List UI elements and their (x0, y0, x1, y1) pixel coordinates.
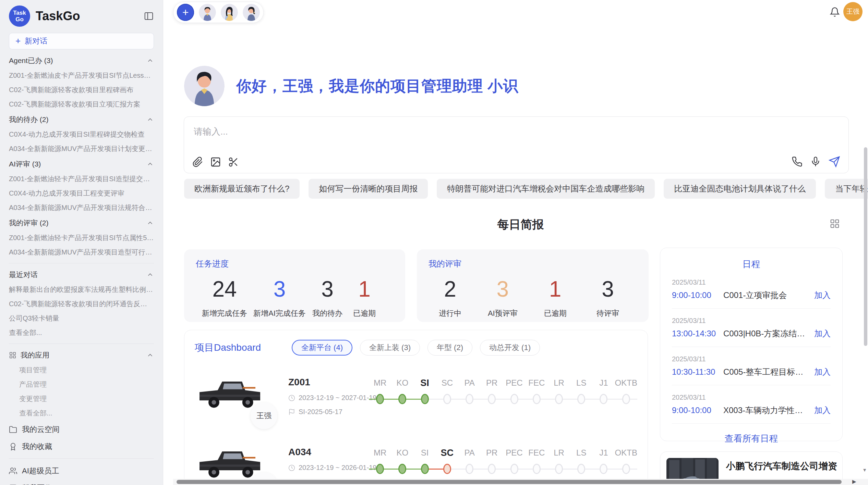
chevron-up-icon[interactable] (146, 57, 154, 64)
recent-chat-item[interactable]: 公司Q3轻卡销量 (9, 314, 154, 322)
suggestion-chip[interactable]: 比亚迪全固态电池计划具体说了什么 (664, 179, 816, 199)
milestone-label: PA (464, 377, 474, 388)
stat-value: 3 (321, 276, 334, 302)
chevron-up-icon[interactable] (146, 116, 154, 123)
join-link[interactable]: 加入 (814, 328, 831, 339)
sidebar-item[interactable]: C0X4-动力总成开发项目工程变更评审 (9, 189, 154, 197)
section-header-recent-chats[interactable]: 最近对话 (9, 270, 154, 279)
sidebar-item-favorites[interactable]: 我的收藏 (9, 442, 154, 451)
section-header-my-apps[interactable]: 我的应用 (9, 351, 154, 360)
milestone-label: KO (397, 447, 409, 458)
avatar[interactable] (199, 4, 216, 21)
sidebar-item[interactable]: A034-全新新能源MUV产品开发项目造型可行性评审 (9, 248, 154, 256)
stat-value: 3 (602, 276, 614, 302)
sidebar-item[interactable]: C02-飞腾新能源轻客改款项目里程碑画布 (9, 86, 154, 94)
sidebar-item[interactable]: Z001-全新燃油皮卡产品开发项目SI节点Lesson Learn报告 (9, 71, 154, 79)
schedule-date: 2025/03/11 (672, 317, 831, 325)
filter-all-new-platform[interactable]: 全新平台 (4) (292, 340, 352, 356)
join-link[interactable]: 加入 (814, 366, 831, 377)
sidebar-item-ai-super-staff[interactable]: AI超级员工 (9, 466, 154, 476)
sidebar-item-cloud-space[interactable]: 我的云空间 (9, 425, 154, 434)
plus-icon: + (15, 36, 21, 46)
schedule-event-title: C001-立项审批会 (723, 290, 808, 301)
sidebar-item[interactable]: C0X4-动力总成开发项目SI里程碑提交物检查 (9, 130, 154, 138)
milestone-label: SI (421, 447, 429, 458)
microphone-icon[interactable] (810, 156, 821, 167)
avatar[interactable] (221, 4, 238, 21)
filter-model-year[interactable]: 年型 (2) (427, 340, 472, 356)
recent-chat-item[interactable]: 解释最新出台的欧盟报废车法规再生塑料比例被调至15%... (9, 285, 154, 294)
milestone-label: OKTB (615, 377, 637, 388)
stat-label: AI预评审 (488, 308, 518, 319)
schedule-time: 9:00-10:00 (672, 290, 723, 300)
milestone-label: SI (420, 377, 429, 388)
schedule-time: 10:30-11:30 (672, 367, 723, 377)
project-row[interactable]: 王强 A034 2023-12-19 ~ 2026-01-19 SC-2025-… (195, 437, 637, 485)
stat-label: 我的待办 (312, 308, 342, 319)
chat-input-box[interactable]: 请输入... (184, 116, 849, 173)
project-row[interactable]: 王强 Z001 2023-12-19 ~ 2027-01-19 SI-2025-… (195, 367, 637, 425)
dashboard-filters: 全新平台 (4) 全新上装 (3) 年型 (2) 动总开发 (1) (292, 340, 540, 356)
horizontal-scrollbar-thumb[interactable] (177, 480, 842, 484)
milestone-dot (533, 464, 541, 474)
logo-text-2: Go (15, 16, 24, 23)
user-avatar[interactable]: 王强 (843, 2, 863, 21)
app-item-product-mgmt[interactable]: 产品管理 (9, 380, 154, 388)
chevron-up-icon[interactable] (146, 351, 154, 359)
filter-new-body[interactable]: 全新上装 (3) (360, 340, 420, 356)
add-session-button[interactable]: + (177, 4, 194, 21)
sidebar-item[interactable]: Z001-全新燃油轻卡产品开发项目SI节点属性5D文件评审 (9, 234, 154, 242)
join-link[interactable]: 加入 (814, 290, 831, 301)
milestone-dot (555, 464, 563, 474)
milestone-dot (421, 394, 429, 404)
sidebar-item-help-me-write[interactable]: 帮我写作 (9, 483, 154, 485)
sidebar-item-label: AI超级员工 (22, 466, 59, 476)
notifications-bell-icon[interactable] (830, 7, 840, 17)
sidebar-item[interactable]: A034-全新新能源MUV产品开发项目计划变更表编写 (9, 145, 154, 153)
recent-chat-item[interactable]: C02-飞腾新能源轻客改款项目的闭环通告反馈情况 (9, 300, 154, 308)
send-icon[interactable] (829, 156, 840, 167)
sidebar-collapse-icon[interactable] (144, 11, 154, 21)
suggestion-chip[interactable]: 欧洲新规最近颁布了什么? (184, 179, 300, 199)
sidebar-item-label: 我的收藏 (22, 442, 52, 452)
insert-image-icon[interactable] (210, 157, 221, 167)
chevron-up-icon[interactable] (146, 160, 154, 168)
attachment-icon[interactable] (192, 157, 203, 167)
task-progress-card: 任务进度 24 新增完成任务 3 新增AI完成任务 3 我的待办 1 已逾期 (184, 249, 405, 322)
divider (672, 347, 831, 347)
scroll-right-arrow[interactable]: ▶ (852, 478, 856, 485)
suggestion-chip[interactable]: 特朗普可能对进口汽车增税会对中国车企造成哪些影响 (437, 179, 655, 199)
schedule-title: 日程 (672, 258, 831, 270)
view-all-chats-link[interactable]: 查看全部... (9, 328, 154, 337)
project-dates: 2023-12-19 ~ 2027-01-19 (299, 394, 376, 402)
milestone-label: LR (554, 447, 564, 458)
scissors-icon[interactable] (228, 157, 239, 167)
avatar[interactable] (243, 4, 260, 21)
section-header-agent-done[interactable]: Agent已办 (3) (9, 56, 154, 65)
section-header-ai-review[interactable]: AI评审 (3) (9, 160, 154, 169)
sidebar-item[interactable]: C02-飞腾新能源轻客改款项目立项汇报方案 (9, 100, 154, 108)
milestone-dot (466, 464, 473, 474)
view-all-apps-link[interactable]: 查看全部... (9, 409, 154, 417)
schedule-time: 9:00-10:00 (672, 406, 723, 415)
view-all-schedule-link[interactable]: 查看所有日程 (672, 433, 831, 445)
app-item-project-mgmt[interactable]: 项目管理 (9, 366, 154, 374)
new-chat-button[interactable]: + 新对话 (9, 33, 154, 49)
scroll-down-arrow[interactable]: ▼ (862, 467, 867, 473)
grid-icon (9, 351, 16, 359)
chevron-up-icon[interactable] (146, 219, 154, 227)
suggestion-chip[interactable]: 如何写一份清晰的项目周报 (309, 179, 428, 199)
project-next-milestone: SI-2025-05-17 (299, 408, 342, 416)
app-item-change-mgmt[interactable]: 变更管理 (9, 395, 154, 403)
chevron-up-icon[interactable] (146, 271, 154, 278)
sidebar-item[interactable]: A034-全新新能源MUV产品开发项目法规符合性评审 (9, 203, 154, 212)
section-header-my-todo[interactable]: 我的待办 (2) (9, 115, 154, 124)
suggestion-chip[interactable]: 当下年轻人对汽车外观有怎样的喜好趋势 (825, 179, 868, 199)
section-header-my-review[interactable]: 我的评审 (2) (9, 219, 154, 227)
briefing-layout-icon[interactable] (830, 219, 840, 229)
join-link[interactable]: 加入 (814, 405, 831, 416)
sidebar-item[interactable]: Z001-全新燃油轻卡产品开发项目SI造型提交物评审 (9, 175, 154, 183)
phone-call-icon[interactable] (792, 156, 803, 167)
filter-powertrain-dev[interactable]: 动总开发 (1) (480, 340, 540, 356)
vertical-scrollbar-thumb[interactable] (864, 147, 867, 346)
